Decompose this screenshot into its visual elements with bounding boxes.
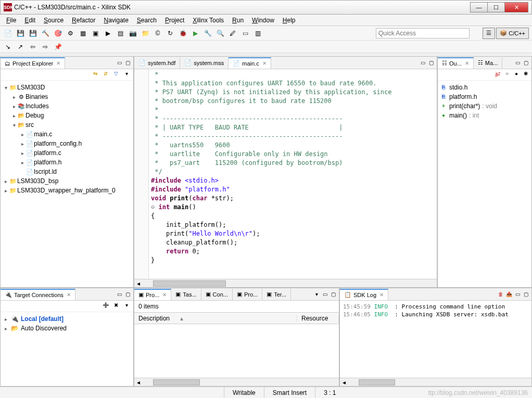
outline-item[interactable]: ⎘platform.h	[440, 92, 529, 101]
search-icon[interactable]: 🔍	[214, 28, 226, 39]
menu-file[interactable]: File	[2, 16, 20, 25]
tree-node[interactable]: ▸📄platform.h	[3, 158, 131, 167]
minimize-icon[interactable]: ▭	[419, 59, 426, 67]
toggle2-icon[interactable]: ▥	[252, 28, 263, 39]
tree-node[interactable]: ▸📁LSM303D_bsp	[3, 176, 131, 186]
forward-icon[interactable]: ⇨	[40, 41, 51, 53]
wand-icon[interactable]: 🖉	[227, 28, 238, 39]
filter-icon[interactable]: ▽	[112, 70, 120, 78]
editor-hscroll[interactable]: ◂	[134, 279, 437, 287]
minimize-icon[interactable]: ▭	[321, 291, 328, 298]
maximize-icon[interactable]: ▢	[124, 291, 131, 298]
bottom-tab[interactable]: ▣Pro...	[233, 289, 262, 300]
run-last-icon[interactable]: 🔧	[202, 28, 213, 39]
new-icon[interactable]: 📄	[2, 28, 14, 39]
outline-item[interactable]: ●main() : int	[440, 111, 529, 120]
group-icon[interactable]: ✱	[522, 70, 529, 78]
cfg-icon[interactable]: ©	[152, 28, 163, 39]
nav-up-icon[interactable]: ↗	[15, 41, 26, 53]
tab-project-explorer[interactable]: 🗂 Project Explorer ✕	[1, 57, 65, 69]
clear-icon[interactable]: 🗑	[497, 291, 504, 298]
close-icon[interactable]: ✕	[465, 60, 469, 66]
add-icon[interactable]: ➕	[102, 302, 109, 309]
outline-tab[interactable]: ☷Ma...	[474, 57, 502, 69]
target-item[interactable]: ▸📂Auto Discovered	[3, 324, 131, 333]
maximize-button[interactable]: ☐	[487, 2, 505, 12]
col-resource[interactable]: Resource	[297, 315, 339, 322]
save-all-icon[interactable]: 💾	[27, 28, 39, 39]
hide-fields-icon[interactable]: ○	[503, 70, 511, 78]
close-icon[interactable]: ✕	[379, 292, 384, 298]
maximize-icon[interactable]: ▢	[124, 59, 131, 67]
board-icon[interactable]: ▤	[115, 28, 126, 39]
minimize-icon[interactable]: ▭	[116, 59, 123, 67]
tree-node[interactable]: ▸📂Debug	[3, 111, 131, 120]
editor-tab[interactable]: 📄system.hdf	[134, 57, 180, 69]
expander-icon[interactable]: ▸	[19, 150, 26, 156]
tree-node[interactable]: ▾📁LSM303D	[3, 83, 131, 92]
save-icon[interactable]: 💾	[15, 28, 26, 39]
outline-tab[interactable]: ☷Ou...✕	[438, 57, 474, 69]
box-icon[interactable]: ▶	[102, 28, 113, 39]
col-description[interactable]: Description▴	[134, 315, 297, 322]
close-icon[interactable]: ✕	[262, 60, 267, 66]
hide-static-icon[interactable]: ●	[513, 70, 520, 78]
close-icon[interactable]: ✕	[67, 292, 71, 298]
outline-item[interactable]: +print(char*) : void	[440, 101, 529, 111]
run-icon[interactable]: ▶	[189, 28, 201, 39]
menu-window[interactable]: Window	[248, 16, 278, 25]
view-menu-icon[interactable]: ▾	[123, 70, 130, 78]
maximize-icon[interactable]: ▢	[330, 291, 337, 298]
minimize-icon[interactable]: ▭	[514, 59, 521, 67]
maximize-icon[interactable]: ▢	[427, 59, 435, 67]
close-icon[interactable]: ✕	[162, 292, 167, 298]
bottom-tab[interactable]: ▣Con...	[201, 289, 233, 300]
tree-node[interactable]: ▾📂src	[3, 120, 131, 130]
expander-icon[interactable]: ▸	[3, 316, 9, 322]
menu-search[interactable]: Search	[133, 16, 161, 25]
tab-target-connections[interactable]: 🔌 Target Connections ✕	[1, 289, 75, 300]
quick-access-input[interactable]	[376, 28, 470, 38]
export-icon[interactable]: 📤	[505, 291, 513, 298]
outline-list[interactable]: ⎘stdio.h⎘platform.h+print(char*) : void●…	[438, 81, 531, 122]
bottom-tab[interactable]: ▣Pro...✕	[134, 289, 171, 300]
camera-icon[interactable]: 📷	[127, 28, 138, 39]
expander-icon[interactable]: ▸	[11, 104, 17, 109]
tree-node[interactable]: ▸📚Includes	[3, 101, 131, 111]
build-icon[interactable]: 🔨	[40, 28, 51, 39]
menu-run[interactable]: Run	[228, 16, 248, 25]
minimize-icon[interactable]: ▭	[514, 291, 521, 298]
collapse-all-icon[interactable]: ⇆	[92, 70, 99, 78]
expander-icon[interactable]: ▸	[19, 160, 26, 165]
editor-tab[interactable]: 📄system.mss	[180, 57, 229, 69]
gear-icon[interactable]: ⚙	[65, 28, 76, 39]
menu-refactor[interactable]: Refactor	[68, 16, 99, 25]
expander-icon[interactable]: ▸	[11, 94, 17, 100]
menu-source[interactable]: Source	[40, 16, 68, 25]
outline-item[interactable]: ⎘stdio.h	[440, 83, 529, 92]
bottom-tab[interactable]: ▣Tas...	[171, 289, 201, 300]
target-connections-tree[interactable]: ▸🔌Local [default]▸📂Auto Discovered	[1, 312, 133, 335]
menu-help[interactable]: Help	[278, 16, 300, 25]
editor-area[interactable]: * * This application configures UART 165…	[134, 69, 437, 279]
view-menu-icon[interactable]: ▾	[313, 291, 320, 298]
tree-node[interactable]: ▸📄main.c	[3, 130, 131, 139]
pin-icon[interactable]: 📌	[52, 41, 64, 53]
perspective-cpp[interactable]: 📦 C/C++	[496, 28, 529, 39]
expander-icon[interactable]: ▸	[19, 132, 26, 137]
bottom-tab[interactable]: ▣Ter...	[262, 289, 291, 300]
tree-node[interactable]: ▸📄platform_config.h	[3, 139, 131, 148]
nav-down-icon[interactable]: ↘	[2, 41, 14, 53]
menu-xilinx-tools[interactable]: Xilinx Tools	[188, 16, 228, 25]
fpga-icon[interactable]: ▦	[77, 28, 88, 39]
refresh-icon[interactable]: ↻	[164, 28, 176, 39]
expander-icon[interactable]: ▸	[3, 178, 9, 184]
minimize-button[interactable]: —	[470, 2, 488, 12]
problems-header[interactable]: Description▴ Resource	[134, 313, 339, 324]
expander-icon[interactable]: ▸	[11, 113, 17, 119]
expander-icon[interactable]: ▸	[19, 141, 26, 147]
close-icon[interactable]: ✕	[56, 60, 60, 66]
delete-icon[interactable]: ✖	[112, 302, 120, 309]
menu-edit[interactable]: Edit	[20, 16, 40, 25]
sort-icon[interactable]: a̲z	[494, 70, 501, 78]
